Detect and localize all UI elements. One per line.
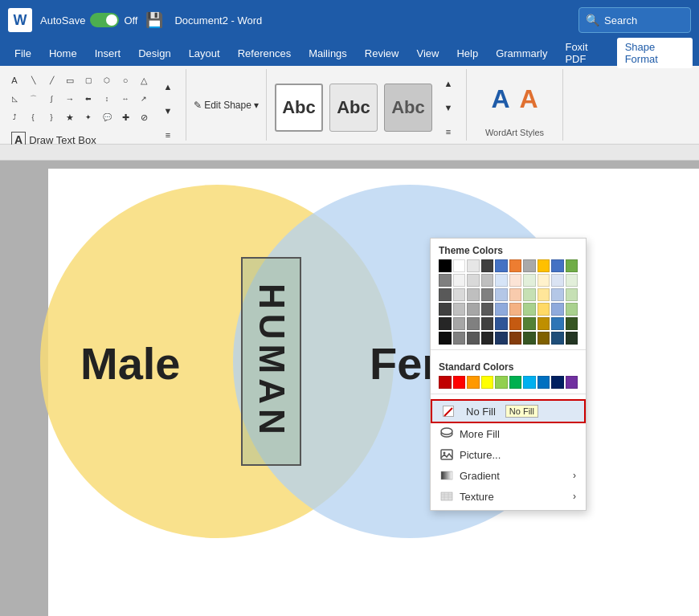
tc36[interactable]: [509, 288, 522, 301]
tc-gray2[interactable]: [523, 259, 536, 272]
tc21[interactable]: [439, 274, 452, 287]
tc41[interactable]: [439, 303, 452, 316]
tc5a[interactable]: [566, 317, 578, 330]
menu-grammarly[interactable]: Grammarly: [488, 44, 555, 63]
save-icon[interactable]: 💾: [145, 11, 163, 29]
tc23[interactable]: [467, 274, 480, 287]
edit-shape-btn[interactable]: ✎ Edit Shape ▾: [194, 100, 259, 111]
tc62[interactable]: [453, 332, 466, 345]
styles-scroll-up[interactable]: ▲: [437, 72, 460, 95]
styles-scroll-down[interactable]: ▼: [437, 96, 460, 119]
tc53[interactable]: [467, 317, 480, 330]
arc-shape[interactable]: ⌒: [25, 91, 41, 107]
tc33[interactable]: [467, 288, 480, 301]
tc39[interactable]: [551, 288, 564, 301]
menu-review[interactable]: Review: [357, 44, 407, 63]
wordart-a2[interactable]: A: [517, 81, 542, 117]
star-shape[interactable]: ★: [62, 109, 78, 125]
sc-purple[interactable]: [566, 376, 578, 389]
darr-shape[interactable]: ↗: [136, 91, 152, 107]
tc37[interactable]: [523, 288, 536, 301]
line-shape[interactable]: ╲: [25, 72, 41, 88]
menu-foxit[interactable]: Foxit PDF: [557, 38, 615, 68]
tc55[interactable]: [495, 317, 508, 330]
tc-orange[interactable]: [509, 259, 522, 272]
tc2a[interactable]: [566, 274, 578, 287]
free-shape[interactable]: ⤴: [6, 109, 22, 125]
tc31[interactable]: [439, 288, 452, 301]
no-fill-item[interactable]: No Fill No Fill: [431, 399, 586, 423]
shapes-expand[interactable]: ≡: [157, 124, 179, 146]
tc-blue2[interactable]: [551, 259, 564, 272]
tc22[interactable]: [453, 274, 466, 287]
shape-style-1[interactable]: Abc: [275, 84, 323, 132]
sc-green[interactable]: [509, 376, 522, 389]
tc38[interactable]: [538, 288, 550, 301]
tc25[interactable]: [495, 274, 508, 287]
roundrect-shape[interactable]: ▢: [80, 72, 96, 88]
sc-red[interactable]: [453, 376, 466, 389]
sc-lgreen[interactable]: [495, 376, 508, 389]
texture-item[interactable]: Texture ›: [431, 486, 586, 507]
tc28[interactable]: [538, 274, 550, 287]
shape-style-3[interactable]: Abc: [384, 84, 432, 132]
tc6a[interactable]: [566, 332, 578, 345]
menu-view[interactable]: View: [408, 44, 447, 63]
tc69[interactable]: [551, 332, 564, 345]
menu-design[interactable]: Design: [130, 44, 178, 63]
tc-lgray[interactable]: [467, 259, 480, 272]
tc-green[interactable]: [566, 259, 578, 272]
tc54[interactable]: [481, 317, 494, 330]
tc3a[interactable]: [566, 288, 578, 301]
tc61[interactable]: [439, 332, 452, 345]
sc-dblue[interactable]: [551, 376, 564, 389]
tc4a[interactable]: [566, 303, 578, 316]
search-box[interactable]: 🔍 Search: [578, 7, 691, 33]
rect-shape[interactable]: ▭: [62, 72, 78, 88]
tc27[interactable]: [523, 274, 536, 287]
menu-insert[interactable]: Insert: [87, 44, 129, 63]
tc68[interactable]: [538, 332, 550, 345]
tc56[interactable]: [509, 317, 522, 330]
tc26[interactable]: [509, 274, 522, 287]
tc42[interactable]: [453, 303, 466, 316]
tc67[interactable]: [523, 332, 536, 345]
sc-yellow[interactable]: [481, 376, 494, 389]
triangle-shape[interactable]: △: [136, 72, 152, 88]
plus-shape[interactable]: ✚: [117, 109, 133, 125]
tc-gold[interactable]: [538, 259, 550, 272]
text-shape[interactable]: A: [6, 72, 22, 88]
menu-layout[interactable]: Layout: [181, 44, 228, 63]
tc64[interactable]: [481, 332, 494, 345]
tc52[interactable]: [453, 317, 466, 330]
menu-references[interactable]: References: [230, 44, 299, 63]
tc58[interactable]: [538, 317, 550, 330]
menu-help[interactable]: Help: [448, 44, 486, 63]
eq-shape[interactable]: {: [25, 109, 41, 125]
shape-style-2[interactable]: Abc: [329, 84, 378, 132]
menu-mailings[interactable]: Mailings: [300, 44, 355, 63]
tc29[interactable]: [551, 274, 564, 287]
autosave-toggle[interactable]: [90, 13, 119, 27]
sc-lblue[interactable]: [523, 376, 536, 389]
sc-blue[interactable]: [538, 376, 550, 389]
curve-shape[interactable]: ∫: [43, 91, 59, 107]
varr-shape[interactable]: ↕: [99, 91, 115, 107]
tc44[interactable]: [481, 303, 494, 316]
tc-white[interactable]: [453, 259, 466, 272]
star6-shape[interactable]: ✦: [80, 109, 96, 125]
tc24[interactable]: [481, 274, 494, 287]
more-fill-item[interactable]: More Fill: [431, 423, 586, 444]
tc-blue[interactable]: [495, 259, 508, 272]
oval-shape[interactable]: ○: [117, 72, 133, 88]
tc-dgray[interactable]: [481, 259, 494, 272]
tc66[interactable]: [509, 332, 522, 345]
tc35[interactable]: [495, 288, 508, 301]
tc46[interactable]: [509, 303, 522, 316]
human-text-box[interactable]: HUMAN: [241, 257, 301, 466]
gradient-item[interactable]: Gradient ›: [431, 465, 586, 486]
tc47[interactable]: [523, 303, 536, 316]
line2-shape[interactable]: ╱: [43, 72, 59, 88]
tc43[interactable]: [467, 303, 480, 316]
sc-darkred[interactable]: [439, 376, 452, 389]
